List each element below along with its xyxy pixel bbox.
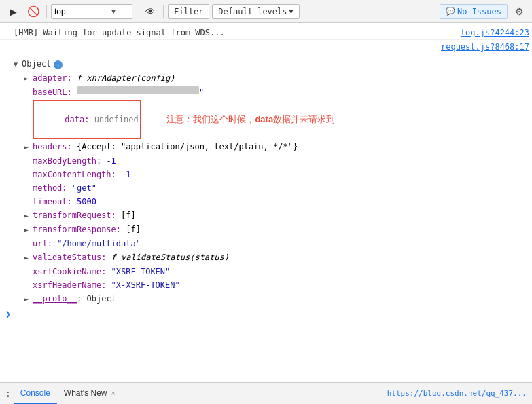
console-prompt-arrow: ❯ <box>5 309 11 319</box>
hmr-log-line: [HMR] Waiting for update signal from WDS… <box>0 26 532 40</box>
url-value: "/home/multidata" <box>57 238 141 250</box>
adapter-expand-arrow[interactable] <box>24 73 33 85</box>
no-issues-button[interactable]: 💬 No Issues <box>440 4 508 19</box>
toolbar-divider-2 <box>137 5 137 18</box>
proto-line: __proto__ : Object <box>0 292 532 306</box>
default-levels-arrow: ▼ <box>289 7 294 15</box>
whats-new-tab-label: What's New <box>64 388 107 398</box>
gear-icon: ⚙ <box>515 6 524 17</box>
annotation-text: 注意：我们这个时候，data数据并未请求到 <box>152 101 335 138</box>
maxbodylength-line: maxBodyLength: -1 <box>0 154 532 168</box>
annotation-data-word: data <box>255 114 273 124</box>
tab-close-icon[interactable]: × <box>111 389 116 397</box>
message-icon: 💬 <box>446 7 455 16</box>
eye-button[interactable]: 👁 <box>141 3 159 20</box>
transformrequest-expand-arrow[interactable] <box>24 210 33 222</box>
baseurl-value-blurred <box>77 86 199 94</box>
transformrequest-line: transformRequest: [f] <box>0 208 532 223</box>
transformresponse-key: transformResponse: <box>33 223 126 236</box>
tab-whats-new[interactable]: What's New × <box>57 384 122 404</box>
filter-input-wrap: ▼ <box>51 4 132 19</box>
maxcontentlength-key: maxContentLength: <box>33 168 121 181</box>
xsrfcookiename-value: "XSRF-TOKEN" <box>111 265 171 278</box>
bottom-tabs-bar: : Console What's New × https://blog.csdn… <box>0 382 532 404</box>
csdn-link[interactable]: https://blog.csdn.net/qq_437... <box>387 389 527 398</box>
toolbar-divider-1 <box>46 5 47 18</box>
validatestatus-key: validateStatus: <box>33 251 111 263</box>
toolbar-divider-3 <box>163 5 164 18</box>
method-line: method: "get" <box>0 181 532 195</box>
object-label: Object <box>22 58 51 70</box>
method-value: "get" <box>72 182 96 194</box>
validatestatus-value: f validateStatus(status) <box>111 251 229 263</box>
baseurl-value-end: " <box>199 86 204 98</box>
headers-line: headers: {Accept: "application/json, tex… <box>0 140 532 154</box>
play-icon: ▶ <box>10 6 17 17</box>
no-issues-label: No Issues <box>457 7 501 16</box>
settings-button[interactable]: ⚙ <box>510 3 528 20</box>
proto-expand-arrow[interactable] <box>24 293 33 306</box>
devtools-toolbar: ▶ 🚫 ▼ 👁 Filter Default levels ▼ 💬 No Iss… <box>0 0 532 23</box>
block-button[interactable]: 🚫 <box>24 3 42 20</box>
transformresponse-value: [f] <box>126 223 141 236</box>
default-levels-button[interactable]: Default levels ▼ <box>212 4 299 19</box>
xsrfheadername-key: xsrfHeaderName: <box>33 279 111 291</box>
maxbodylength-value: -1 <box>106 155 116 167</box>
timeout-key: timeout: <box>33 196 77 208</box>
validatestatus-expand-arrow[interactable] <box>24 252 33 264</box>
validatestatus-line: validateStatus: f validateStatus(status) <box>0 251 532 265</box>
console-tab-label: Console <box>20 388 50 398</box>
method-key: method: <box>33 182 72 194</box>
object-root-line: Object i <box>0 57 532 71</box>
filter-dropdown-arrow[interactable]: ▼ <box>111 7 116 15</box>
headers-value: {Accept: "application/json, text/plain, … <box>77 141 298 153</box>
log-link-1[interactable]: log.js?4244:23 <box>461 26 529 39</box>
xsrfcookiename-line: xsrfCookieName: "XSRF-TOKEN" <box>0 265 532 278</box>
transformrequest-value: [f] <box>121 209 136 221</box>
data-line: data: undefined 注意：我们这个时候，data数据并未请求到 <box>0 99 532 140</box>
eye-icon: 👁 <box>145 6 155 17</box>
annotation-prefix: 注意：我们这个时候， <box>166 114 255 124</box>
console-content: [HMR] Waiting for update signal from WDS… <box>0 23 532 382</box>
transformrequest-key: transformRequest: <box>33 209 121 221</box>
annotation-suffix: 数据并未请求到 <box>273 114 335 124</box>
headers-key: headers: <box>33 141 77 153</box>
hmr-log-text: [HMR] Waiting for update signal from WDS… <box>14 26 461 39</box>
devtools-colon-icon[interactable]: : <box>5 388 11 399</box>
url-key: url: <box>33 238 57 250</box>
data-highlight-box: data: undefined <box>33 100 141 139</box>
baseurl-line: baseURL: " <box>0 86 532 99</box>
maxcontentlength-line: maxContentLength: -1 <box>0 168 532 181</box>
object-expand-arrow[interactable] <box>14 58 22 71</box>
transformresponse-line: transformResponse: [f] <box>0 223 532 237</box>
url-line: url: "/home/multidata" <box>0 237 532 251</box>
xsrfheadername-line: xsrfHeaderName: "X-XSRF-TOKEN" <box>0 278 532 292</box>
data-key: data: <box>65 115 94 124</box>
adapter-key: adapter: <box>33 72 77 84</box>
adapter-value: f xhrAdapter(config) <box>77 72 175 84</box>
log-link-2[interactable]: request.js?8468:17 <box>441 41 529 53</box>
maxcontentlength-value: -1 <box>121 168 130 181</box>
default-levels-label: Default levels <box>218 7 287 16</box>
request-log-line: request.js?8468:17 <box>0 40 532 54</box>
tab-console[interactable]: Console <box>14 384 57 404</box>
timeout-line: timeout: 5000 <box>0 195 532 208</box>
block-icon: 🚫 <box>27 5 40 18</box>
play-button[interactable]: ▶ <box>4 3 22 20</box>
transformresponse-expand-arrow[interactable] <box>24 224 33 236</box>
xsrfheadername-value: "X-XSRF-TOKEN" <box>111 279 180 291</box>
proto-key: __proto__ <box>33 293 77 305</box>
headers-expand-arrow[interactable] <box>24 141 33 153</box>
console-prompt-line[interactable]: ❯ <box>0 306 532 322</box>
filter-input[interactable] <box>54 7 109 16</box>
data-value: undefined <box>94 115 139 124</box>
proto-value: : Object <box>77 293 116 305</box>
maxbodylength-key: maxBodyLength: <box>33 155 106 167</box>
adapter-line: adapter: f xhrAdapter(config) <box>0 71 532 86</box>
xsrfcookiename-key: xsrfCookieName: <box>33 265 111 278</box>
filter-button[interactable]: Filter <box>168 4 209 19</box>
baseurl-key: baseURL: <box>33 86 77 98</box>
timeout-value: 5000 <box>77 196 96 208</box>
info-icon[interactable]: i <box>54 60 63 69</box>
